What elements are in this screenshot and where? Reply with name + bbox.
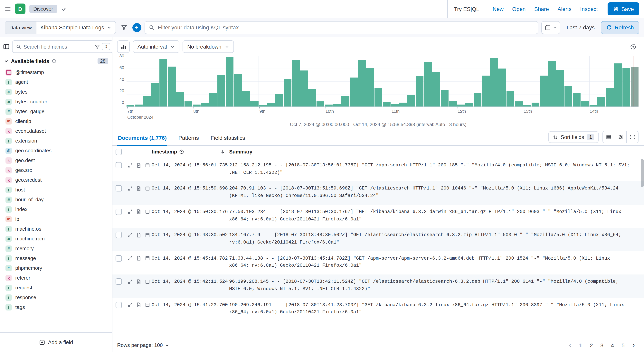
vertical-scrollbar[interactable]	[641, 159, 644, 187]
histogram-plot[interactable]	[126, 56, 638, 107]
view-source-icon[interactable]	[143, 232, 152, 239]
histogram-bar[interactable]	[292, 60, 300, 106]
field-item-bytes_gauge[interactable]: # bytes_gauge	[2, 106, 110, 116]
page-button-3[interactable]: 3	[597, 340, 607, 350]
view-source-icon[interactable]	[143, 301, 152, 308]
histogram-bar[interactable]	[507, 91, 514, 106]
table-row[interactable]: Oct 14, 2024 @ 15:42:11.524 96.199.208.1…	[112, 275, 644, 298]
interval-select[interactable]: Auto interval	[133, 40, 180, 53]
histogram-bar[interactable]	[606, 88, 614, 107]
expand-row-icon[interactable]	[126, 301, 134, 308]
row-checkbox[interactable]	[116, 278, 122, 285]
view-source-icon[interactable]	[143, 185, 152, 192]
field-item-clientip[interactable]: IP clientip	[2, 116, 110, 126]
document-icon[interactable]	[134, 278, 143, 285]
tab-field-statistics[interactable]: Field statistics	[210, 132, 246, 145]
field-item-request[interactable]: t request	[2, 283, 110, 293]
field-item-memory[interactable]: # memory	[2, 244, 110, 253]
field-item-hour_of_day[interactable]: # hour_of_day	[2, 195, 110, 204]
table-row[interactable]: Oct 14, 2024 @ 15:51:59.698 204.70.91.10…	[112, 181, 644, 205]
add-filter-button[interactable]	[132, 23, 142, 32]
field-search-input[interactable]	[24, 44, 92, 49]
histogram-bar[interactable]	[589, 105, 597, 106]
histogram-bar[interactable]	[184, 101, 192, 106]
histogram-bar[interactable]	[308, 89, 316, 106]
nav-link-share[interactable]: Share	[530, 6, 553, 12]
histogram-bar[interactable]	[440, 90, 448, 106]
field-item-@timestamp[interactable]: @timestamp	[2, 67, 110, 77]
nav-link-alerts[interactable]: Alerts	[553, 6, 576, 12]
row-checkbox[interactable]	[116, 232, 122, 238]
histogram-bar[interactable]	[284, 79, 292, 106]
row-checkbox[interactable]	[116, 185, 122, 192]
page-button-5[interactable]: 5	[618, 340, 628, 350]
histogram-bar[interactable]	[564, 86, 572, 106]
histogram-bar[interactable]	[573, 93, 580, 106]
row-checkbox[interactable]	[116, 255, 122, 262]
sort-descending-icon[interactable]	[220, 149, 225, 154]
histogram-bar[interactable]	[209, 93, 217, 106]
histogram-bar[interactable]	[498, 69, 506, 107]
histogram-bar[interactable]	[226, 57, 234, 106]
select-all-checkbox[interactable]	[116, 149, 122, 155]
table-row[interactable]: Oct 14, 2024 @ 15:45:14.782 71.33.44.138…	[112, 251, 644, 275]
fullscreen-button[interactable]	[626, 131, 638, 143]
field-item-host[interactable]: t host	[2, 185, 110, 195]
try-esql-button[interactable]: Try ES|QL	[447, 0, 486, 18]
histogram-bar[interactable]	[399, 103, 407, 106]
histogram-bar[interactable]	[614, 64, 622, 106]
histogram-bar[interactable]	[630, 67, 638, 106]
histogram-bar[interactable]	[316, 101, 324, 106]
histogram-bar[interactable]	[490, 58, 498, 106]
field-item-event.dataset[interactable]: k event.dataset	[2, 126, 110, 136]
table-row[interactable]: Oct 14, 2024 @ 15:50:30.176 77.50.103.23…	[112, 205, 644, 228]
histogram-bar[interactable]	[457, 104, 465, 106]
histogram-bar[interactable]	[242, 91, 250, 106]
histogram-bar[interactable]	[548, 61, 556, 106]
histogram-bar[interactable]	[391, 104, 399, 106]
breadcrumb[interactable]: Discover	[30, 5, 57, 13]
histogram-bar[interactable]	[416, 76, 424, 106]
table-row[interactable]: Oct 14, 2024 @ 15:56:01.735 212.158.212.…	[112, 158, 644, 181]
histogram-bar[interactable]	[432, 72, 440, 106]
timestamp-column-header[interactable]: timestamp	[152, 149, 177, 155]
histogram-bar[interactable]	[532, 103, 539, 106]
expand-row-icon[interactable]	[126, 208, 134, 215]
histogram-bar[interactable]	[350, 77, 358, 106]
available-fields-header[interactable]: Available fields 28	[0, 55, 112, 66]
save-button[interactable]: Save	[608, 2, 639, 15]
view-source-icon[interactable]	[143, 162, 152, 169]
expand-row-icon[interactable]	[126, 185, 134, 192]
density-button[interactable]	[603, 131, 614, 143]
histogram-bar[interactable]	[383, 102, 390, 106]
page-button-2[interactable]: 2	[586, 340, 596, 350]
histogram-bar[interactable]	[358, 60, 366, 106]
document-icon[interactable]	[134, 208, 143, 215]
histogram-bar[interactable]	[556, 70, 564, 106]
rows-per-page-button[interactable]: Rows per page: 100	[117, 342, 170, 348]
menu-icon[interactable]	[5, 6, 11, 12]
collapse-sidebar-button[interactable]	[3, 41, 10, 52]
histogram-bar[interactable]	[325, 104, 333, 106]
filter-icon[interactable]	[119, 22, 129, 32]
time-range-button[interactable]: Last 7 days	[564, 24, 598, 30]
histogram-bar[interactable]	[366, 68, 374, 106]
histogram-bar[interactable]	[333, 104, 341, 106]
expand-row-icon[interactable]	[126, 162, 134, 169]
summary-column-header[interactable]: Summary	[229, 149, 644, 155]
histogram-bar[interactable]	[598, 97, 606, 106]
field-item-message[interactable]: t message	[2, 253, 110, 263]
histogram-bar[interactable]	[465, 103, 473, 106]
histogram-bar[interactable]	[581, 101, 589, 106]
histogram-bar[interactable]	[408, 95, 415, 106]
field-item-bytes[interactable]: # bytes	[2, 87, 110, 97]
field-item-bytes_counter[interactable]: # bytes_counter	[2, 97, 110, 106]
histogram-bar[interactable]	[135, 104, 142, 106]
histogram-bar[interactable]	[160, 59, 168, 106]
histogram-bar[interactable]	[523, 105, 531, 106]
histogram-bar[interactable]	[540, 75, 548, 106]
tab-patterns[interactable]: Patterns	[178, 132, 200, 145]
histogram-bar[interactable]	[126, 105, 134, 106]
refresh-button[interactable]: Refresh	[601, 21, 639, 34]
histogram-bar[interactable]	[201, 103, 209, 106]
